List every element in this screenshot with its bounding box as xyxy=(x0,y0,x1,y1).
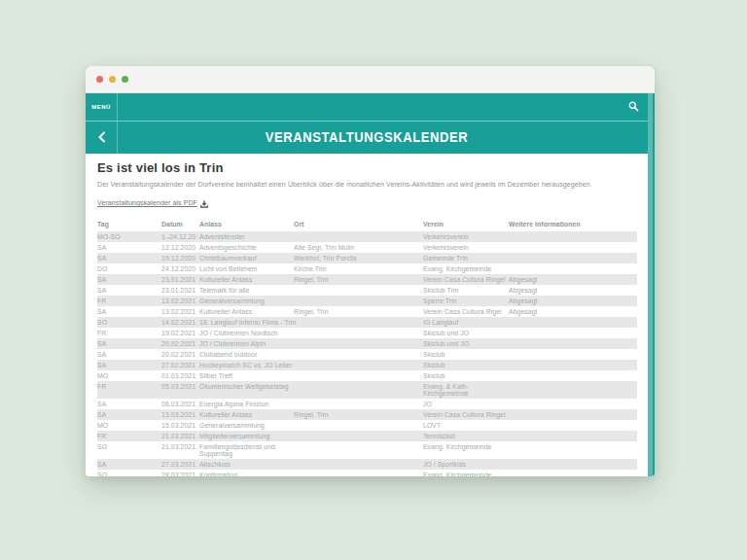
table-row: SA 13.02.2021 Kultureller Anlass Ringel,… xyxy=(97,306,637,317)
table-row: MO-SO 1.-24.12.20 Adventsfenster Verkehr… xyxy=(97,231,637,242)
page-scrollbar-strip[interactable] xyxy=(648,93,655,476)
cell-ort xyxy=(294,285,423,296)
cell-verein: Verein Casa Cultura Ringel xyxy=(423,409,509,420)
cell-verein: Verkehrsverein xyxy=(423,231,509,242)
browser-window: MENÜ VERANSTALTUNGSKALENDER Es xyxy=(86,66,655,476)
cell-ort: Werkhof, Trin Porclis xyxy=(294,253,423,263)
cell-anlass: Generalversammlung xyxy=(199,296,294,306)
cell-verein: JO xyxy=(423,399,509,409)
cell-anlass: Kultureller Anlass xyxy=(199,274,294,285)
cell-info xyxy=(509,431,637,441)
webpage: MENÜ VERANSTALTUNGSKALENDER Es xyxy=(86,93,648,476)
cell-datum: 14.02.2021 xyxy=(161,317,199,328)
cell-tag: SA xyxy=(97,253,161,263)
cell-datum: 06.03.2021 xyxy=(161,399,199,409)
cell-datum: 20.02.2021 xyxy=(161,338,199,349)
cell-verein: Evang. Kirchgemeinde xyxy=(423,441,509,459)
cell-datum: 27.02.2021 xyxy=(161,360,199,370)
traffic-light-minimize-button[interactable] xyxy=(109,76,116,83)
cell-tag: SA xyxy=(97,285,161,296)
cell-datum: 19.02.2021 xyxy=(161,328,199,338)
traffic-light-close-button[interactable] xyxy=(96,76,103,83)
cell-tag: FR xyxy=(97,296,161,306)
table-row: SO 28.03.2021 Konfirmation Evang. Kirchg… xyxy=(97,470,637,477)
cell-datum: 23.01.2021 xyxy=(161,274,199,285)
cell-ort xyxy=(294,317,423,328)
cell-anlass: Christbaumverkauf xyxy=(199,253,294,263)
cell-ort xyxy=(294,296,423,306)
cell-verein: Verein Casa Cultura Rigel xyxy=(423,306,509,317)
cell-info xyxy=(509,420,637,431)
cell-datum: 28.03.2021 xyxy=(161,470,199,477)
search-button[interactable] xyxy=(619,93,648,121)
cell-info xyxy=(509,360,637,370)
cell-tag: SA xyxy=(97,360,161,370)
browser-chrome-bar xyxy=(86,66,655,93)
intro-heading: Es ist viel los in Trin xyxy=(97,160,637,175)
traffic-light-zoom-button[interactable] xyxy=(122,76,128,83)
table-header-row: Tag Datum Anlass Ort Verein Weitere Info… xyxy=(97,219,637,231)
cell-datum: 01.03.2021 xyxy=(161,370,199,381)
cell-anlass: Hockeymatch SC vs. JO Leiter xyxy=(199,360,294,370)
pdf-link[interactable]: Veranstaltungskalender als PDF xyxy=(97,199,197,206)
cell-tag: SA xyxy=(97,349,161,360)
cell-info xyxy=(509,399,637,409)
page-title: VERANSTALTUNGSKALENDER xyxy=(86,121,648,156)
cell-ort xyxy=(294,459,423,470)
back-button[interactable] xyxy=(86,122,118,154)
cell-ort: Ringel, Trin xyxy=(294,306,423,317)
cell-anlass: JO / Clubrennen Nordisch xyxy=(199,328,294,338)
cell-datum: 20.02.2021 xyxy=(161,349,199,360)
cell-ort xyxy=(294,420,423,431)
cell-verein: Skiclub Trin xyxy=(423,285,509,296)
cell-anlass: Ökumenischer Weltgebetstag xyxy=(199,381,294,399)
cell-anlass: 18. Langlauf Inferno Flims - Trin xyxy=(199,317,294,328)
table-body: MO-SO 1.-24.12.20 Adventsfenster Verkehr… xyxy=(97,231,637,477)
cell-tag: SA xyxy=(97,409,161,420)
cell-info xyxy=(509,459,637,470)
cell-info xyxy=(509,242,637,253)
cell-ort xyxy=(294,470,423,477)
cell-info xyxy=(509,349,637,360)
menu-button[interactable]: MENÜ xyxy=(86,93,118,121)
cell-tag: SO xyxy=(97,317,161,328)
cell-info xyxy=(509,317,637,328)
cell-verein: Skiclub xyxy=(423,370,509,381)
column-header-anlass: Anlass xyxy=(199,221,294,228)
cell-anlass: Konfirmation xyxy=(199,470,294,477)
cell-verein: Skiclub und JO xyxy=(423,328,509,338)
column-header-ort: Ort xyxy=(294,221,423,228)
cell-ort xyxy=(294,360,423,370)
cell-tag: SO xyxy=(97,470,161,477)
table-row: FR 19.02.2021 JO / Clubrennen Nordisch S… xyxy=(97,328,637,338)
cell-info: Abgesagt xyxy=(509,285,637,296)
cell-datum: 21.03.2021 xyxy=(161,431,199,441)
cell-anlass: Telemark für alle xyxy=(199,285,294,296)
site-navbar: MENÜ xyxy=(86,93,648,122)
cell-info xyxy=(509,370,637,381)
navbar-spacer xyxy=(118,93,619,121)
cell-anlass: Energia Alpina Finiziun xyxy=(199,399,294,409)
cell-tag: FR xyxy=(97,431,161,441)
cell-verein: Evang. Kirchgemeinde xyxy=(423,470,509,477)
cell-anlass: Abschluss xyxy=(199,459,294,470)
cell-tag: MO-SO xyxy=(97,231,161,242)
cell-verein: Skiclub und JO xyxy=(423,338,509,349)
table-row: SA 13.03.2021 Kultureller Anlass Ringel,… xyxy=(97,409,637,420)
cell-ort xyxy=(294,231,423,242)
cell-datum: 15.03.2021 xyxy=(161,420,199,431)
cell-info xyxy=(509,381,637,399)
cell-verein: Verein Casa Cultura Ringel xyxy=(423,274,509,285)
cell-ort xyxy=(294,441,423,459)
cell-anlass: Kultureller Anlass xyxy=(199,409,294,420)
content-card: Es ist viel los in Trin Der Veranstaltun… xyxy=(86,154,648,476)
cell-ort: Kirche Trin xyxy=(294,263,423,274)
cell-tag: SA xyxy=(97,242,161,253)
cell-verein: Evang. & Kath. Kirchgemeinde xyxy=(423,381,509,399)
events-table: Tag Datum Anlass Ort Verein Weitere Info… xyxy=(97,219,637,477)
cell-anlass: Clubabend outdoor xyxy=(199,349,294,360)
table-row: SA 20.02.2021 Clubabend outdoor Skiclub xyxy=(97,349,637,360)
cell-anlass: JO / Clubrennen Alpin xyxy=(199,338,294,349)
table-row: SA 23.01.2021 Kultureller Anlass Ringel,… xyxy=(97,274,637,285)
cell-tag: FR xyxy=(97,381,161,399)
